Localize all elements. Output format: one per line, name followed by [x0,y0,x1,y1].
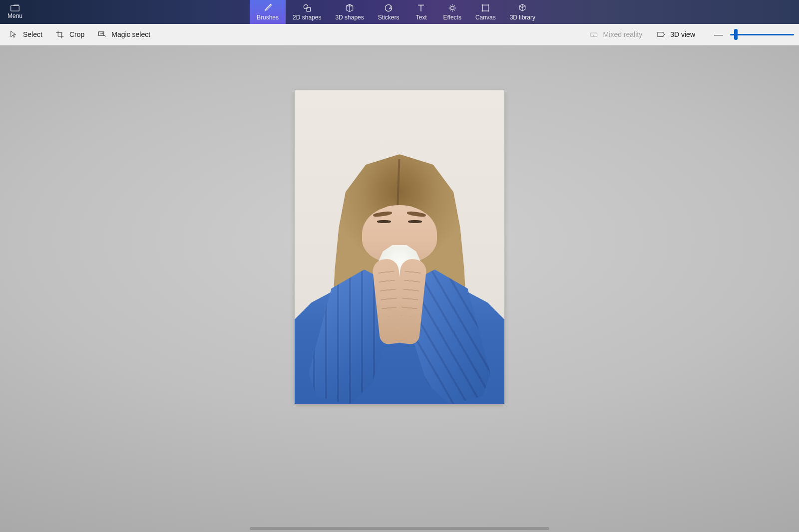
select-button[interactable]: Select [5,27,49,42]
canvas-image[interactable] [295,90,504,404]
tool-label: 3D view [670,30,695,38]
tool-label: Select [23,30,42,38]
canvas-icon [480,3,490,13]
ribbon-tab-label: Canvas [475,14,496,21]
folder-icon [10,4,19,11]
view-3d-icon [656,30,665,39]
ribbon-tab-label: Effects [443,14,461,21]
svg-point-3 [385,4,392,11]
ribbon-tab-label: 3D shapes [335,14,364,21]
ribbon-tabs: Brushes 2D shapes 3D shapes Stickers [250,0,542,24]
ribbon-tab-label: Brushes [257,14,279,21]
tool-label: Magic select [111,30,150,38]
zoom-track-empty [736,34,794,35]
zoom-control: — [711,29,794,40]
effects-icon [447,3,457,13]
ribbon-tab-effects[interactable]: Effects [436,0,468,24]
pointer-icon [9,30,18,39]
sticker-icon [384,3,394,13]
ribbon-tab-text[interactable]: Text [406,0,436,24]
3d-view-button[interactable]: 3D view [652,27,702,42]
svg-rect-0 [11,6,19,11]
library-3d-icon [517,3,527,13]
shapes-2d-icon [302,3,312,13]
crop-icon [55,30,64,39]
ribbon-tab-stickers[interactable]: Stickers [371,0,406,24]
zoom-out-button[interactable]: — [711,29,726,40]
photo-hands [372,259,427,349]
tool-label: Mixed reality [603,30,643,38]
horizontal-scrollbar[interactable] [250,527,549,530]
text-icon [416,3,426,13]
magic-select-icon [97,30,106,39]
ribbon-tab-label: Text [415,14,426,21]
menu-label: Menu [7,12,22,19]
photo-content [295,90,504,404]
ribbon-tab-3d-library[interactable]: 3D library [503,0,542,24]
ribbon-tab-label: 2D shapes [293,14,321,21]
ribbon-tab-2d-shapes[interactable]: 2D shapes [286,0,328,24]
top-ribbon: Menu Brushes 2D shapes 3D shapes [0,0,799,24]
zoom-slider[interactable] [730,29,794,39]
svg-point-4 [450,6,454,10]
shapes-3d-icon [345,3,355,13]
canvas-workspace[interactable] [0,45,799,532]
mixed-reality-button: Mixed reality [585,27,650,42]
zoom-slider-thumb[interactable] [734,29,738,40]
crop-button[interactable]: Crop [51,27,91,42]
ribbon-tab-label: Stickers [378,14,400,21]
ribbon-tab-brushes[interactable]: Brushes [250,0,286,24]
sub-toolbar-right: Mixed reality 3D view — [585,27,794,42]
brush-icon [263,3,273,13]
mixed-reality-icon [589,30,598,39]
ribbon-tab-3d-shapes[interactable]: 3D shapes [328,0,371,24]
menu-button[interactable]: Menu [0,0,30,24]
ribbon-tab-canvas[interactable]: Canvas [468,0,503,24]
tool-label: Crop [69,30,84,38]
sub-toolbar: Select Crop Magic select Mixed reality [0,24,799,45]
svg-point-1 [304,4,308,8]
magic-select-button[interactable]: Magic select [93,27,157,42]
sub-toolbar-left: Select Crop Magic select [5,27,157,42]
ribbon-tab-label: 3D library [510,14,535,21]
